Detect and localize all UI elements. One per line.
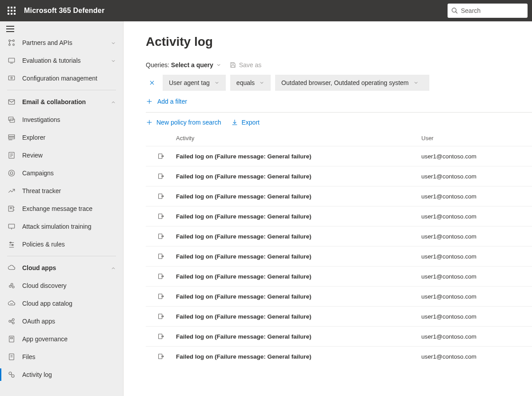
nav-item-icon [7, 169, 16, 178]
svg-rect-15 [8, 135, 15, 137]
sidebar-item-oauth-apps[interactable]: OAuth apps [0, 312, 123, 330]
svg-rect-25 [10, 207, 12, 209]
table-row[interactable]: Failed log on (Failure message: General … [146, 246, 532, 266]
nav-item-label: Files [22, 353, 116, 360]
activity-cell: Failed log on (Failure message: General … [176, 333, 421, 340]
svg-rect-52 [232, 63, 234, 64]
col-header-activity[interactable]: Activity [146, 135, 421, 141]
sidebar-item-partners-and-apis[interactable]: Partners and APIs [0, 34, 123, 52]
sidebar-item-explorer[interactable]: Explorer [0, 129, 123, 146]
nav-separator [7, 90, 116, 90]
filter-value-dropdown[interactable]: Outdated browser, Outdated operating sys… [275, 75, 429, 91]
chevron-down-icon [111, 40, 116, 45]
table-row[interactable]: Failed log on (Failure message: General … [146, 266, 532, 286]
sidebar-item-review[interactable]: Review [0, 146, 123, 164]
close-icon [149, 80, 155, 86]
sidebar-item-cloud-app-catalog[interactable]: Cloud app catalog [0, 295, 123, 312]
table-row[interactable]: Failed log on (Failure message: General … [146, 326, 532, 346]
nav-item-icon [7, 38, 16, 47]
sidebar-item-campaigns[interactable]: Campaigns [0, 164, 123, 182]
add-filter-button[interactable]: Add a filter [124, 91, 532, 112]
plus-icon [146, 119, 153, 126]
sidebar-item-evaluation-tutorials[interactable]: Evaluation & tutorials [0, 52, 123, 69]
table-row[interactable]: Failed log on (Failure message: General … [146, 226, 532, 246]
user-cell: user1@contoso.com [421, 333, 532, 340]
nav-item-label: Attack simulation training [22, 223, 116, 230]
nav-item-label: Investigations [22, 116, 116, 123]
sidebar-item-app-governance[interactable]: App governance [0, 330, 123, 348]
activity-cell: Failed log on (Failure message: General … [176, 353, 421, 360]
app-launcher-icon[interactable] [4, 4, 19, 18]
table-row[interactable]: Failed log on (Failure message: General … [146, 186, 532, 206]
chevron-down-icon [214, 80, 220, 85]
nav-item-label: OAuth apps [22, 318, 116, 325]
user-cell: user1@contoso.com [421, 213, 532, 220]
table-row[interactable]: Failed log on (Failure message: General … [146, 146, 532, 166]
logon-fail-icon [146, 293, 176, 300]
clear-filter-button[interactable] [146, 77, 158, 89]
nav-item-icon [7, 240, 16, 249]
svg-point-49 [9, 372, 12, 375]
nav-item-icon [7, 263, 16, 272]
nav-item-icon [7, 222, 16, 231]
col-header-user[interactable]: User [421, 135, 532, 141]
chevron-down-icon [111, 58, 116, 63]
sidebar-item-email-collaboration[interactable]: Email & collaboration [0, 93, 123, 111]
svg-point-40 [12, 319, 15, 321]
svg-point-39 [9, 320, 11, 323]
nav-item-label: Cloud discovery [22, 282, 116, 289]
chevron-up-icon [111, 99, 116, 105]
filter-field-dropdown[interactable]: User agent tag [163, 75, 226, 91]
search-input[interactable] [461, 7, 514, 14]
sidebar-item-investigations[interactable]: Investigations [0, 111, 123, 129]
logon-fail-icon [146, 153, 176, 160]
new-policy-button[interactable]: New policy from search [146, 119, 221, 126]
nav-item-label: Threat tracker [22, 187, 116, 194]
activity-cell: Failed log on (Failure message: General … [176, 213, 421, 220]
table-header: Activity User [146, 132, 532, 146]
save-icon [229, 61, 236, 69]
logon-fail-icon [146, 273, 176, 280]
svg-point-4 [9, 44, 11, 46]
sidebar-item-threat-tracker[interactable]: Threat tracker [0, 182, 123, 200]
sidebar-item-configuration-management[interactable]: Configuration management [0, 69, 123, 87]
export-button[interactable]: Export [231, 119, 260, 126]
sidebar-item-cloud-apps[interactable]: Cloud apps [0, 259, 123, 277]
search-icon [451, 7, 458, 14]
user-cell: user1@contoso.com [421, 253, 532, 260]
user-cell: user1@contoso.com [421, 273, 532, 280]
table-row[interactable]: Failed log on (Failure message: General … [146, 166, 532, 186]
sidebar-item-exchange-message-trace[interactable]: Exchange message trace [0, 200, 123, 218]
svg-point-36 [11, 283, 13, 286]
sidebar-item-activity-log[interactable]: Activity log [0, 366, 123, 384]
nav-item-icon [7, 56, 16, 65]
table-row[interactable]: Failed log on (Failure message: General … [146, 346, 532, 366]
filter-field-label: User agent tag [169, 79, 210, 86]
nav-item-label: Policies & rules [22, 241, 116, 248]
nav-item-icon [7, 204, 16, 213]
table-row[interactable]: Failed log on (Failure message: General … [146, 286, 532, 306]
chevron-up-icon [111, 265, 116, 271]
sidebar-item-attack-simulation-training[interactable]: Attack simulation training [0, 218, 123, 235]
logon-fail-icon [146, 233, 176, 240]
logon-fail-icon [146, 173, 176, 180]
filter-operator-dropdown[interactable]: equals [230, 75, 271, 91]
queries-dropdown[interactable]: Select a query [171, 61, 221, 69]
brand-title: Microsoft 365 Defender [24, 7, 104, 15]
logon-fail-icon [146, 253, 176, 260]
nav-item-label: App governance [22, 335, 116, 343]
sidebar-item-cloud-discovery[interactable]: Cloud discovery [0, 277, 123, 295]
activity-cell: Failed log on (Failure message: General … [176, 273, 421, 280]
nav-item-label: Exchange message trace [22, 205, 116, 212]
svg-point-11 [11, 77, 12, 79]
sidebar-item-files[interactable]: Files [0, 348, 123, 366]
svg-line-51 [11, 374, 12, 375]
table-row[interactable]: Failed log on (Failure message: General … [146, 206, 532, 226]
collapse-sidebar-button[interactable] [0, 24, 123, 34]
nav-item-icon [7, 317, 16, 326]
sidebar-item-policies-rules[interactable]: Policies & rules [0, 235, 123, 253]
chevron-down-icon [413, 80, 419, 85]
table-row[interactable]: Failed log on (Failure message: General … [146, 306, 532, 326]
search-input-wrap[interactable] [448, 4, 528, 18]
user-cell: user1@contoso.com [421, 233, 532, 240]
